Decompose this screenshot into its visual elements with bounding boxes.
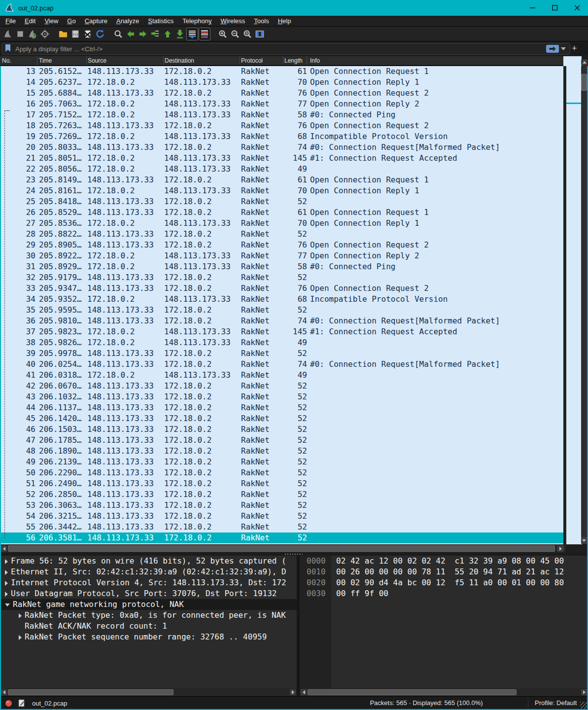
scroll-left-button[interactable] [1, 689, 7, 695]
packet-row[interactable]: 18205.7263…148.113.173.33172.18.0.2RakNe… [1, 120, 563, 131]
packet-row[interactable]: 28205.8822…148.113.173.33172.18.0.2RakNe… [1, 229, 563, 240]
details-hscrollbar-thumb[interactable] [8, 689, 173, 695]
scroll-up-button[interactable] [581, 59, 588, 66]
packet-row[interactable]: 20205.8033…148.113.173.33172.18.0.2RakNe… [1, 142, 563, 153]
packet-row[interactable]: 13205.6152…148.113.173.33172.18.0.2RakNe… [1, 66, 563, 77]
expand-arrow-icon[interactable] [19, 613, 22, 618]
column-header-no[interactable]: No. [0, 56, 37, 65]
capture-options-button[interactable] [39, 28, 51, 40]
menu-telephony[interactable]: Telephony [178, 16, 216, 26]
reload-file-button[interactable] [94, 28, 106, 40]
scroll-left-button[interactable] [1, 545, 7, 552]
menu-edit[interactable]: Edit [20, 16, 40, 26]
expand-arrow-icon[interactable] [5, 570, 8, 575]
packet-row[interactable]: 22205.8056…172.18.0.2148.113.173.33RakNe… [1, 164, 563, 175]
add-filter-button[interactable]: + [572, 44, 577, 53]
apply-filter-button[interactable] [546, 45, 559, 53]
packet-row[interactable]: 34205.9352…172.18.0.2148.113.173.33RakNe… [1, 294, 563, 305]
minimize-button[interactable] [521, 0, 544, 16]
packet-row[interactable]: 24205.8161…172.18.0.2148.113.173.33RakNe… [1, 185, 563, 196]
detail-row[interactable]: Ethernet II, Src: 02:42:c1:32:39:a9 (02:… [1, 567, 297, 577]
hex-row[interactable]: 001000 26 00 00 00 00 78 1155 20 94 71 a… [300, 567, 587, 577]
packet-row[interactable]: 36205.9810…148.113.173.33172.18.0.2RakNe… [1, 316, 563, 326]
status-profile[interactable]: Profile: Default [535, 697, 577, 710]
packet-row[interactable]: 29205.8905…148.113.173.33172.18.0.2RakNe… [1, 240, 563, 250]
go-forward-button[interactable] [137, 28, 149, 40]
colorize-button[interactable] [186, 28, 198, 40]
column-header-length[interactable]: Length [283, 56, 307, 65]
packet-row[interactable]: 26205.8529…148.113.173.33172.18.0.2RakNe… [1, 207, 563, 218]
hex-row[interactable]: 000002 42 ac 12 00 02 02 42c1 32 39 a9 0… [300, 556, 587, 567]
packet-row[interactable]: 14205.6237…172.18.0.2148.113.173.33RakNe… [1, 77, 563, 88]
go-back-button[interactable] [125, 28, 137, 40]
packet-row[interactable]: 35205.9595…148.113.173.33172.18.0.2RakNe… [1, 305, 563, 316]
resize-columns-button[interactable] [254, 28, 266, 40]
column-header-destination[interactable]: Destination [164, 56, 240, 65]
detail-row[interactable]: RakNet Packet type: 0xa0, is for connect… [1, 610, 297, 621]
intelligent-scrollbar-minimap[interactable] [565, 66, 582, 544]
packet-row[interactable]: 25205.8418…148.113.173.33172.18.0.2RakNe… [1, 196, 563, 207]
hex-row[interactable]: 003000 ff 9f 00 [300, 588, 587, 599]
packet-row[interactable]: 54206.3215…148.113.173.33172.18.0.2RakNe… [1, 511, 563, 522]
go-first-button[interactable] [162, 28, 173, 40]
packet-row[interactable]: 48206.1890…148.113.173.33172.18.0.2RakNe… [1, 446, 563, 457]
packet-list-vscrollbar-thumb[interactable] [581, 74, 587, 91]
packet-row[interactable]: 50206.2290…148.113.173.33172.18.0.2RakNe… [1, 467, 563, 478]
packet-list-hscrollbar-thumb[interactable] [8, 545, 555, 552]
capture-comment-icon[interactable] [18, 699, 25, 707]
packet-row[interactable]: 19205.7269…172.18.0.2148.113.173.33RakNe… [1, 131, 563, 142]
zoom-out-button[interactable] [229, 28, 241, 40]
scroll-down-button[interactable] [581, 537, 587, 544]
packet-row[interactable]: 38205.9826…172.18.0.2148.113.173.33RakNe… [1, 337, 563, 348]
expert-info-icon[interactable] [5, 700, 12, 707]
start-capture-button[interactable] [2, 28, 14, 40]
zoom-in-button[interactable] [217, 28, 229, 40]
expand-arrow-icon[interactable] [19, 635, 22, 640]
packet-row[interactable]: 51206.2490…148.113.173.33172.18.0.2RakNe… [1, 478, 563, 489]
detail-row[interactable]: Internet Protocol Version 4, Src: 148.11… [1, 577, 297, 588]
menu-tools[interactable]: Tools [249, 16, 273, 26]
column-header-time[interactable]: Time [37, 56, 87, 65]
details-hscrollbar-track[interactable] [0, 688, 297, 696]
packet-row[interactable]: 23205.8149…148.113.173.33172.18.0.2RakNe… [1, 175, 563, 185]
detail-row[interactable]: RakNet game networking protocol, NAK [1, 599, 297, 610]
hex-hscrollbar-track[interactable] [300, 688, 588, 696]
scroll-right-button[interactable] [290, 689, 296, 695]
expand-arrow-icon[interactable] [5, 592, 8, 597]
menu-wireless[interactable]: Wireless [216, 16, 250, 26]
resize-grip[interactable] [580, 702, 587, 709]
column-header-source[interactable]: Source [87, 56, 164, 65]
packet-row[interactable]: 41206.0318…172.18.0.2148.113.173.33RakNe… [1, 370, 563, 381]
packet-row[interactable]: 56206.3581…148.113.173.33172.18.0.2RakNe… [1, 532, 563, 543]
menu-file[interactable]: File [1, 16, 20, 26]
packet-row[interactable]: 43206.1032…148.113.173.33172.18.0.2RakNe… [1, 391, 563, 402]
menu-view[interactable]: View [40, 16, 63, 26]
display-filter-field[interactable] [1, 43, 570, 55]
menu-capture[interactable]: Capture [80, 16, 112, 26]
collapse-arrow-icon[interactable] [5, 604, 10, 606]
packet-row[interactable]: 45206.1420…148.113.173.33172.18.0.2RakNe… [1, 413, 563, 424]
scroll-right-button[interactable] [557, 545, 564, 552]
open-file-button[interactable] [57, 28, 69, 40]
packet-list-vscrollbar-track[interactable] [581, 66, 587, 544]
filter-dropdown-caret-icon[interactable] [561, 47, 566, 50]
packet-row[interactable]: 53206.3063…148.113.173.33172.18.0.2RakNe… [1, 500, 563, 511]
detail-row[interactable]: RakNet Packet sequence number range: 327… [1, 632, 297, 642]
packet-row[interactable]: 44206.1137…148.113.173.33172.18.0.2RakNe… [1, 402, 563, 413]
packet-row[interactable]: 55206.3442…148.113.173.33172.18.0.2RakNe… [1, 522, 563, 532]
packet-row[interactable]: 33205.9347…148.113.173.33172.18.0.2RakNe… [1, 283, 563, 294]
detail-row[interactable]: Frame 56: 52 bytes on wire (416 bits), 5… [1, 556, 297, 567]
packet-row[interactable]: 31205.8929…172.18.0.2148.113.173.33RakNe… [1, 261, 563, 272]
close-file-button[interactable] [82, 28, 94, 40]
packet-row[interactable]: 39205.9978…148.113.173.33172.18.0.2RakNe… [1, 348, 563, 359]
packet-row[interactable]: 52206.2850…148.113.173.33172.18.0.2RakNe… [1, 489, 563, 500]
detail-row[interactable]: User Datagram Protocol, Src Port: 37076,… [1, 588, 297, 599]
detail-row[interactable]: RakNet ACK/NAK record count: 1 [1, 621, 297, 632]
save-file-button[interactable]: 010 [69, 28, 81, 40]
packet-row[interactable]: 30205.8922…172.18.0.2148.113.173.33RakNe… [1, 250, 563, 261]
packet-row[interactable]: 32205.9179…148.113.173.33172.18.0.2RakNe… [1, 272, 563, 283]
menu-help[interactable]: Help [274, 16, 296, 26]
hex-row[interactable]: 002000 02 90 d4 4a bc 00 12f5 11 a0 00 0… [300, 577, 587, 588]
maximize-button[interactable] [544, 0, 566, 16]
packet-row[interactable]: 47206.1785…148.113.173.33172.18.0.2RakNe… [1, 435, 563, 446]
